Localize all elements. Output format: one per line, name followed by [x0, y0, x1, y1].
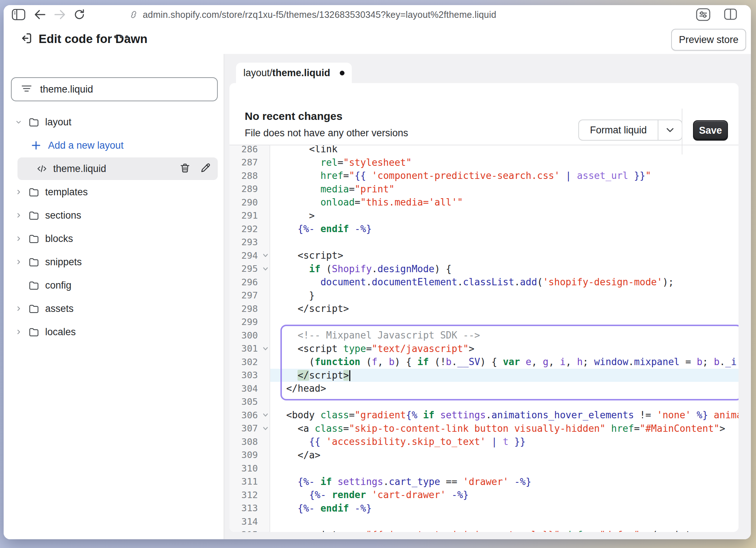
sidebar-item-sections[interactable]: sections: [11, 204, 218, 227]
code-text[interactable]: </script>: [270, 369, 739, 382]
code-text[interactable]: <!-- Mixpanel Javascript SDK -->: [270, 329, 739, 342]
code-line[interactable]: 302 (function (f, b) { if (!b.__SV) { va…: [229, 355, 739, 369]
chevron-right-icon[interactable]: [15, 305, 23, 312]
fold-chevron-icon[interactable]: [262, 266, 269, 273]
code-text[interactable]: [270, 515, 739, 528]
code-line[interactable]: 297 }: [229, 289, 739, 302]
code-text[interactable]: rel="stylesheet": [270, 156, 739, 169]
code-text[interactable]: }: [270, 289, 739, 302]
code-text[interactable]: {{ 'accessibility.skip_to_text' | t }}: [270, 435, 739, 449]
code-text[interactable]: (function (f, b) { if (!b.__SV) { var e,…: [270, 355, 739, 369]
chevron-down-icon[interactable]: [15, 118, 23, 126]
code-text[interactable]: <a class="skip-to-content-link button vi…: [270, 422, 739, 435]
code-line[interactable]: 314: [229, 515, 739, 528]
code-line[interactable]: 309 </a>: [229, 449, 739, 462]
code-text[interactable]: media="print": [270, 183, 739, 196]
fold-chevron-icon[interactable]: [262, 253, 269, 259]
code-text[interactable]: <script src="{{ 'constants.js' | asset_u…: [270, 528, 739, 532]
code-text[interactable]: </head>: [270, 382, 739, 395]
code-text[interactable]: [270, 462, 739, 475]
more-actions-button[interactable]: •••: [114, 31, 131, 43]
code-line[interactable]: 290 onload="this.media='all'": [229, 196, 739, 209]
code-text[interactable]: {%- endif -%}: [270, 502, 739, 515]
pencil-icon[interactable]: [200, 162, 211, 175]
save-button[interactable]: Save: [693, 120, 728, 141]
back-icon[interactable]: [34, 9, 46, 20]
reload-icon[interactable]: [74, 8, 85, 21]
chevron-right-icon[interactable]: [15, 188, 23, 196]
chevron-down-icon[interactable]: [658, 120, 682, 140]
code-line[interactable]: 313 {%- endif -%}: [229, 502, 739, 515]
code-line[interactable]: 288 href="{{ 'component-predictive-searc…: [229, 169, 739, 183]
code-line[interactable]: 307 <a class="skip-to-content-link butto…: [229, 422, 739, 435]
code-text[interactable]: </script>: [270, 302, 739, 316]
code-text[interactable]: {%- endif -%}: [270, 222, 739, 236]
sidebar-item-theme-liquid[interactable]: theme.liquid: [17, 157, 218, 180]
sidebar-item-layout[interactable]: layout: [11, 111, 218, 133]
code-text[interactable]: [270, 316, 739, 329]
code-line[interactable]: 301 <script type="text/javascript">: [229, 342, 739, 356]
fold-chevron-icon[interactable]: [262, 426, 269, 432]
format-liquid-button[interactable]: Format liquid: [578, 120, 682, 141]
chevron-right-icon[interactable]: [15, 328, 23, 336]
code-line[interactable]: 294 <script>: [229, 249, 739, 262]
code-line[interactable]: 315 <script src="{{ 'constants.js' | ass…: [229, 528, 739, 532]
page-settings-icon[interactable]: [696, 8, 711, 21]
code-line[interactable]: 305: [229, 395, 739, 409]
code-line[interactable]: 298 </script>: [229, 302, 739, 316]
code-line[interactable]: 299: [229, 316, 739, 329]
code-line[interactable]: 295 if (Shopify.designMode) {: [229, 262, 739, 276]
code-text[interactable]: >: [270, 209, 739, 223]
exit-editor-icon[interactable]: [20, 31, 33, 45]
fold-chevron-icon[interactable]: [262, 346, 269, 353]
tab-theme-liquid[interactable]: layout/theme.liquid: [236, 63, 352, 83]
code-line[interactable]: 310: [229, 462, 739, 475]
code-line[interactable]: 291 >: [229, 209, 739, 223]
sidebar-toggle-icon[interactable]: [12, 9, 25, 20]
trash-icon[interactable]: [179, 162, 191, 175]
sidebar-item-snippets[interactable]: snippets: [11, 251, 218, 273]
sidebar-item-blocks[interactable]: blocks: [11, 227, 218, 250]
code-line[interactable]: 287 rel="stylesheet": [229, 156, 739, 169]
split-view-icon[interactable]: [724, 8, 737, 20]
code-text[interactable]: <body class="gradient{% if settings.anim…: [270, 408, 739, 422]
code-text[interactable]: href="{{ 'component-predictive-search.cs…: [270, 169, 739, 183]
sidebar-item-templates[interactable]: templates: [11, 181, 218, 203]
code-text[interactable]: </a>: [270, 449, 739, 462]
code-line[interactable]: 306<body class="gradient{% if settings.a…: [229, 408, 739, 422]
code-text[interactable]: <link: [270, 145, 739, 156]
code-text[interactable]: {%- render 'cart-drawer' -%}: [270, 488, 739, 502]
sidebar-item-assets[interactable]: assets: [11, 297, 218, 320]
preview-store-button[interactable]: Preview store: [671, 29, 746, 51]
chevron-right-icon[interactable]: [15, 235, 23, 242]
code-text[interactable]: if (Shopify.designMode) {: [270, 262, 739, 276]
code-line[interactable]: 303 </script>: [229, 369, 739, 382]
fold-chevron-icon[interactable]: [262, 412, 269, 419]
sidebar-item-add-a-new-layout[interactable]: Add a new layout: [11, 134, 218, 157]
code-line[interactable]: 300 <!-- Mixpanel Javascript SDK -->: [229, 329, 739, 342]
chevron-right-icon[interactable]: [15, 212, 23, 219]
code-editor[interactable]: 286 <link287 rel="stylesheet"288 href="{…: [229, 145, 739, 532]
code-text[interactable]: {%- if settings.cart_type == 'drawer' -%…: [270, 475, 739, 489]
code-text[interactable]: <script type="text/javascript">: [270, 342, 739, 356]
code-text[interactable]: document.documentElement.classList.add('…: [270, 275, 739, 289]
code-line[interactable]: 296 document.documentElement.classList.a…: [229, 275, 739, 289]
code-text[interactable]: [270, 395, 739, 409]
file-search-input[interactable]: theme.liquid: [11, 77, 218, 101]
code-line[interactable]: 289 media="print": [229, 183, 739, 196]
sidebar-item-config[interactable]: config: [11, 274, 218, 297]
code-line[interactable]: 286 <link: [229, 145, 739, 156]
code-text[interactable]: onload="this.media='all'": [270, 196, 739, 209]
sidebar-item-locales[interactable]: locales: [11, 321, 218, 343]
code-line[interactable]: 293: [229, 236, 739, 249]
code-line[interactable]: 312 {%- render 'cart-drawer' -%}: [229, 488, 739, 502]
code-text[interactable]: [270, 236, 739, 249]
code-line[interactable]: 304</head>: [229, 382, 739, 395]
chevron-right-icon[interactable]: [15, 258, 23, 266]
address-bar[interactable]: admin.shopify.com/store/rzq1xu-f5/themes…: [143, 9, 496, 20]
code-line[interactable]: 292 {%- endif -%}: [229, 222, 739, 236]
forward-icon[interactable]: [54, 9, 66, 20]
code-text[interactable]: <script>: [270, 249, 739, 262]
code-line[interactable]: 308 {{ 'accessibility.skip_to_text' | t …: [229, 435, 739, 449]
code-line[interactable]: 311 {%- if settings.cart_type == 'drawer…: [229, 475, 739, 489]
